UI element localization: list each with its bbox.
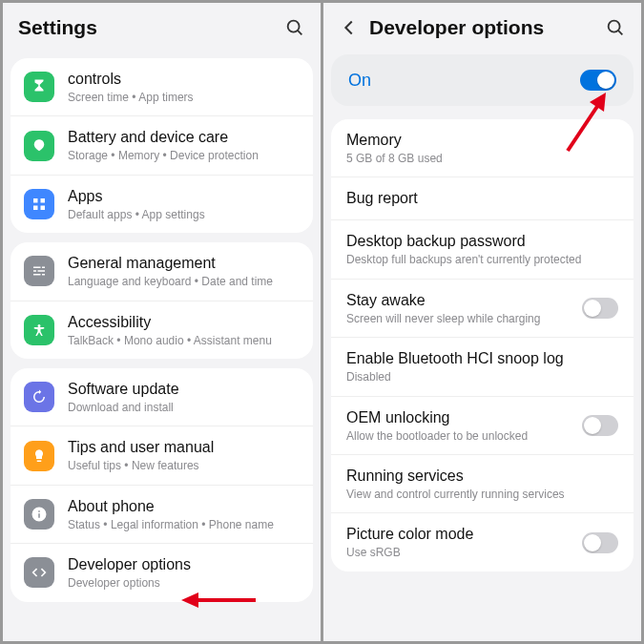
search-icon[interactable] (284, 17, 305, 38)
sliders-icon (24, 256, 54, 286)
accessibility-icon (24, 315, 54, 345)
row-title: Stay awake (346, 291, 582, 310)
settings-row-accessibility[interactable]: AccessibilityTalkBack • Mono audio • Ass… (10, 301, 313, 359)
update-icon (24, 382, 54, 412)
toggle[interactable] (582, 532, 618, 553)
row-title: Apps (68, 187, 300, 206)
page-title: Settings (18, 16, 284, 39)
settings-row-about-phone[interactable]: About phoneStatus • Legal information • … (10, 485, 313, 543)
option-row-running-services[interactable]: Running servicesView and control current… (331, 454, 634, 512)
page-title: Developer options (369, 16, 605, 39)
row-subtitle: Language and keyboard • Date and time (68, 275, 300, 288)
master-toggle[interactable] (580, 70, 616, 91)
header: Settings (3, 3, 321, 49)
settings-list: controlsScreen time • App timersBattery … (3, 49, 321, 641)
row-subtitle: Use sRGB (346, 546, 582, 559)
hourglass-icon (24, 72, 54, 102)
option-row-oem-unlocking[interactable]: OEM unlockingAllow the bootloader to be … (331, 396, 634, 454)
row-title: Bug report (346, 189, 618, 208)
row-subtitle: Screen time • App timers (68, 91, 300, 104)
row-subtitle: Screen will never sleep while charging (346, 312, 582, 325)
row-subtitle: Default apps • App settings (68, 208, 300, 221)
settings-row-battery-and-device-care[interactable]: Battery and device careStorage • Memory … (10, 115, 313, 174)
master-toggle-row[interactable]: On (331, 54, 634, 106)
settings-row-apps[interactable]: AppsDefault apps • App settings (10, 175, 313, 233)
settings-row-general-management[interactable]: General managementLanguage and keyboard … (10, 242, 313, 300)
row-subtitle: Developer options (68, 576, 300, 590)
svg-line-5 (618, 31, 622, 34)
row-subtitle: TalkBack • Mono audio • Assistant menu (68, 334, 300, 347)
code-icon (24, 557, 54, 588)
settings-screen: Settings controlsScreen time • App timer… (3, 3, 321, 641)
svg-point-0 (288, 21, 300, 32)
row-title: Battery and device care (68, 128, 300, 147)
settings-row-tips-and-user-manual[interactable]: Tips and user manualUseful tips • New fe… (10, 426, 313, 484)
row-title: Tips and user manual (68, 438, 300, 457)
row-title: Picture color mode (346, 525, 582, 544)
row-title: Running services (346, 467, 618, 486)
option-row-picture-color-mode[interactable]: Picture color modeUse sRGB (331, 512, 634, 571)
row-subtitle: Disabled (346, 370, 618, 384)
svg-point-4 (609, 21, 620, 32)
row-subtitle: Download and install (68, 401, 300, 414)
option-row-stay-awake[interactable]: Stay awakeScreen will never sleep while … (331, 279, 634, 337)
settings-row-developer-options[interactable]: Developer optionsDeveloper options (10, 543, 313, 601)
row-subtitle: Useful tips • New features (68, 459, 300, 472)
care-icon (24, 131, 54, 161)
row-title: Developer options (68, 555, 300, 574)
row-subtitle: Status • Legal information • Phone name (68, 518, 300, 531)
toggle[interactable] (582, 298, 618, 319)
row-title: OEM unlocking (346, 408, 582, 427)
option-row-enable-bluetooth-hci-snoop-log[interactable]: Enable Bluetooth HCI snoop logDisabled (331, 337, 634, 395)
info-icon (24, 499, 54, 530)
row-title: Desktop backup password (346, 232, 618, 251)
row-title: Enable Bluetooth HCI snoop log (346, 349, 618, 368)
row-title: About phone (68, 497, 300, 516)
row-subtitle: Allow the bootloader to be unlocked (346, 429, 582, 443)
options-list: Memory5 GB of 8 GB usedBug reportDesktop… (323, 106, 641, 641)
row-title: Memory (346, 131, 618, 150)
svg-line-1 (298, 31, 301, 34)
row-subtitle: View and control currently running servi… (346, 488, 618, 501)
option-row-memory[interactable]: Memory5 GB of 8 GB used (331, 119, 634, 177)
row-subtitle: 5 GB of 8 GB used (346, 152, 618, 165)
back-icon[interactable] (339, 17, 360, 38)
row-title: Accessibility (68, 313, 300, 332)
row-subtitle: Storage • Memory • Device protection (68, 149, 300, 162)
settings-row-software-update[interactable]: Software updateDownload and install (10, 368, 313, 426)
settings-row-controls[interactable]: controlsScreen time • App timers (10, 58, 313, 115)
option-row-desktop-backup-password[interactable]: Desktop backup passwordDesktop full back… (331, 219, 634, 278)
option-row-bug-report[interactable]: Bug report (331, 177, 634, 219)
row-subtitle: Desktop full backups aren't currently pr… (346, 253, 618, 266)
search-icon[interactable] (605, 17, 626, 38)
header: Developer options (323, 3, 641, 49)
toggle[interactable] (582, 415, 618, 436)
bulb-icon (24, 441, 54, 471)
row-title: controls (68, 70, 300, 89)
row-title: Software update (68, 380, 300, 399)
master-toggle-label: On (348, 71, 371, 91)
apps-icon (24, 189, 54, 219)
developer-options-screen: Developer options On Memory5 GB of 8 GB … (323, 3, 641, 641)
row-title: General management (68, 254, 300, 273)
